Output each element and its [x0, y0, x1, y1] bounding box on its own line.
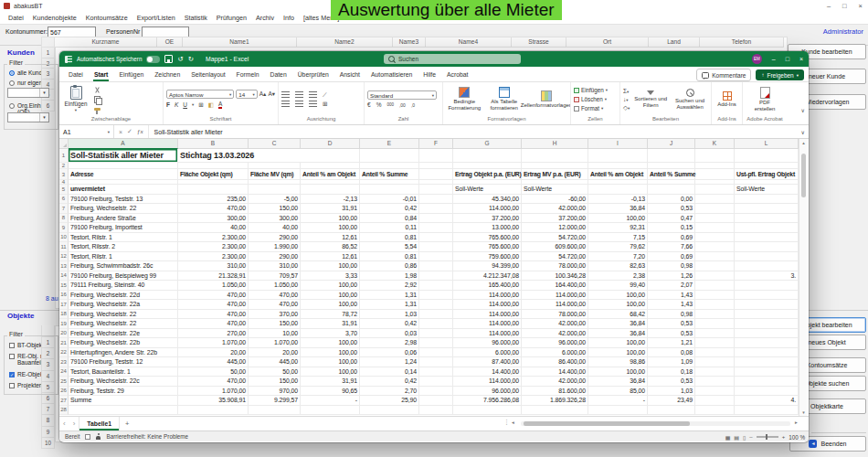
cell-G14[interactable]: 4.212.347,08	[453, 271, 522, 282]
cell-C10[interactable]: 290,00	[249, 233, 301, 243]
cell-A24[interactable]: Testort, Bauanteilstr. 1	[69, 367, 178, 377]
cell-J16[interactable]: 1,43	[648, 291, 695, 301]
cell-G11[interactable]: 765.600,00	[453, 242, 522, 252]
cell-D15[interactable]: 100,00	[301, 281, 360, 291]
cell-E26[interactable]: 2,70	[360, 387, 419, 397]
cell-D5[interactable]	[301, 185, 360, 195]
cell-A21[interactable]: Freiburg, Wechselstr. 22b	[69, 338, 178, 348]
cell-F24[interactable]	[419, 367, 453, 377]
save-icon[interactable]	[164, 55, 173, 63]
row-header-12[interactable]: 12	[59, 252, 69, 262]
font-size-select[interactable]: 14▾	[236, 90, 258, 99]
fill-color-icon[interactable]: ◧	[208, 101, 214, 109]
cell-J7[interactable]: 0,53	[648, 204, 695, 214]
cell-G21[interactable]: 96.000,00	[453, 338, 522, 348]
cell-B22[interactable]: 20,00	[178, 348, 249, 358]
cell-G18[interactable]: 114.000,00	[453, 310, 522, 320]
column-header-F[interactable]: F	[419, 139, 453, 149]
cell-E11[interactable]: 5,54	[360, 242, 419, 252]
cell-B13[interactable]: 310,00	[178, 261, 249, 271]
cell-D17[interactable]: 100,00	[301, 300, 360, 310]
cell-D28[interactable]	[301, 406, 360, 416]
cell-D10[interactable]: 12,61	[301, 233, 360, 243]
cell-B2[interactable]	[178, 163, 249, 169]
cell-H22[interactable]: 6.000,00	[522, 348, 588, 358]
cell-L11[interactable]	[735, 242, 799, 252]
cell-A15[interactable]: 79111 Freiburg, Steinstr. 40	[69, 281, 178, 291]
row-header-22[interactable]: 22	[59, 348, 69, 358]
cell-E23[interactable]: 1,24	[360, 357, 419, 367]
cell-H11[interactable]: 609.600,00	[522, 242, 588, 252]
cell-K22[interactable]	[695, 348, 735, 358]
row-header-8[interactable]: 8	[59, 214, 69, 224]
cell-K16[interactable]	[695, 291, 735, 301]
cell-A13[interactable]: Freiburg, Schwimmbadstr. 26c	[69, 261, 178, 271]
avatar[interactable]: EM	[752, 54, 762, 64]
cell-C5[interactable]	[249, 185, 301, 195]
cell-D3[interactable]: Anteil % am Objekt	[301, 169, 360, 180]
cell-C19[interactable]: 150,00	[249, 319, 301, 329]
cell-I1[interactable]	[588, 149, 648, 163]
insert-function-icon[interactable]: ƒx	[137, 128, 143, 135]
cell-K5[interactable]	[695, 185, 735, 195]
zoom-in-icon[interactable]: +	[782, 434, 786, 440]
cell-F6[interactable]	[419, 195, 453, 205]
row-header-19[interactable]: 19	[59, 319, 69, 329]
cell-K20[interactable]	[695, 329, 735, 339]
comments-button[interactable]: Kommentare	[696, 69, 751, 81]
cell-F5[interactable]	[419, 185, 453, 195]
cell-H24[interactable]: 14.400,00	[522, 367, 588, 377]
cell-E22[interactable]: 0,06	[360, 348, 419, 358]
redo-icon[interactable]: ↻	[188, 56, 194, 63]
cell-G1[interactable]	[453, 149, 522, 163]
copy-icon[interactable]	[92, 96, 101, 103]
row-header-15[interactable]: 15	[59, 281, 69, 291]
cell-F11[interactable]	[419, 242, 453, 252]
cell-K2[interactable]	[695, 163, 735, 169]
cell-A1[interactable]: Soll-Statistik aller Mieter	[69, 149, 178, 163]
cell-E6[interactable]: -0,01	[360, 195, 419, 205]
cell-F10[interactable]	[419, 233, 453, 243]
cell-D11[interactable]: 86,52	[301, 242, 360, 252]
cell-B28[interactable]	[178, 406, 249, 416]
cell-A18[interactable]: Freiburg, Wechselstr. 22	[69, 310, 178, 320]
menu-item-prüfungen[interactable]: Prüfungen	[212, 14, 251, 22]
cancel-icon[interactable]: ×	[119, 129, 122, 135]
formula-content[interactable]: Soll-Statistik aller Mieter	[149, 129, 223, 135]
search-box[interactable]: Suchen	[384, 54, 521, 64]
sheet-next-icon[interactable]: ›	[69, 420, 79, 428]
cell-L26[interactable]	[735, 387, 799, 397]
menu-item-archiv[interactable]: Archiv	[251, 14, 279, 22]
cell-L24[interactable]	[735, 367, 799, 377]
cell-L12[interactable]	[735, 252, 799, 262]
cell-E25[interactable]: 0,42	[360, 377, 419, 387]
cell-K18[interactable]	[695, 310, 735, 320]
cell-K9[interactable]	[695, 223, 735, 233]
cell-A11[interactable]: Testort, Rilsstr. 2	[69, 242, 178, 252]
row-header-1[interactable]: 1	[59, 149, 69, 163]
italic-button[interactable]: K	[175, 101, 178, 108]
cell-A22[interactable]: Hintertupfingen, Andere Str. 22b	[69, 348, 178, 358]
cell-K26[interactable]	[695, 387, 735, 397]
cell-L28[interactable]	[735, 406, 799, 416]
cell-E15[interactable]: 2,92	[360, 281, 419, 291]
cell-G8[interactable]: 37.200,00	[453, 214, 522, 224]
cell-L23[interactable]	[735, 357, 799, 367]
cell-A16[interactable]: Freiburg, Wechselstr. 22d	[69, 291, 178, 301]
cell-A8[interactable]: Freiburg, Andere Straße	[69, 214, 178, 224]
cell-I5[interactable]	[588, 185, 648, 195]
kunden-column-land[interactable]: Land	[649, 37, 700, 48]
cell-G6[interactable]: 45.340,00	[453, 195, 522, 205]
cell-J6[interactable]: 0,00	[648, 195, 695, 205]
column-header-A[interactable]: A	[69, 139, 178, 149]
cell-D18[interactable]: 78,72	[301, 310, 360, 320]
cell-L15[interactable]	[735, 281, 799, 291]
cell-D27[interactable]: -	[301, 396, 360, 406]
cell-F16[interactable]	[419, 291, 453, 301]
cell-K15[interactable]	[695, 281, 735, 291]
cell-H7[interactable]: 42.000,00	[522, 204, 588, 214]
cell-G22[interactable]: 6.000,00	[453, 348, 522, 358]
cell-B25[interactable]: 470,00	[178, 377, 249, 387]
cell-J25[interactable]: 0,53	[648, 377, 695, 387]
cell-H10[interactable]: 54.720,00	[522, 233, 588, 243]
